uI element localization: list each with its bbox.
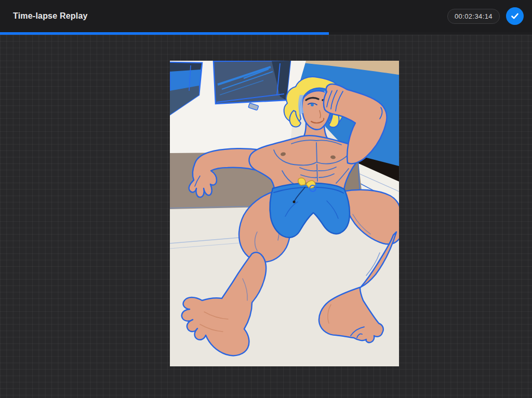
workspace-background: [0, 35, 532, 398]
timelapse-replay-screen: Time-lapse Replay 00:02:34:14: [0, 0, 532, 398]
artwork-canvas[interactable]: [170, 61, 399, 366]
timelapse-artwork: [170, 61, 399, 366]
confirm-button[interactable]: [506, 7, 524, 25]
header-controls: 00:02:34:14: [447, 7, 524, 25]
page-title: Time-lapse Replay: [13, 11, 88, 21]
timestamp-badge: 00:02:34:14: [447, 9, 500, 24]
timelapse-progress-bar[interactable]: [0, 32, 532, 35]
check-icon: [510, 11, 520, 21]
header: Time-lapse Replay 00:02:34:14: [0, 0, 532, 32]
timelapse-progress-fill: [0, 32, 329, 35]
